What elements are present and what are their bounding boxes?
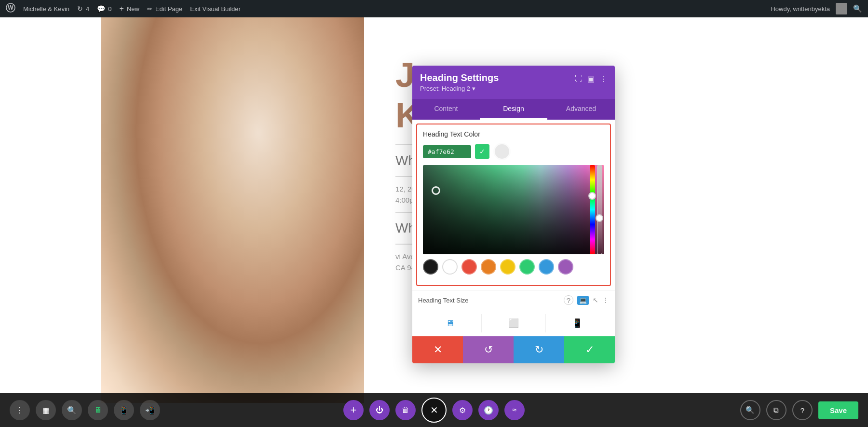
- toolbar-responsive-button[interactable]: ≈: [504, 400, 525, 420]
- admin-search-icon[interactable]: 🔍: [853, 4, 862, 13]
- exit-visual-builder[interactable]: Exit Visual Builder: [190, 5, 241, 13]
- wp-logo-icon[interactable]: W: [6, 3, 15, 15]
- device-size-row: 🖥 ⬜ 📱: [412, 310, 615, 336]
- alpha-handle[interactable]: [596, 214, 603, 222]
- panel-header-icons: ⛶ ▣ ⋮: [575, 74, 607, 83]
- size-label: Heading Text Size: [418, 297, 560, 304]
- hero-image: [101, 17, 364, 403]
- mobile-size-btn[interactable]: 📱: [546, 314, 609, 332]
- chevron-down-icon: ▾: [472, 85, 475, 92]
- swatch-red[interactable]: [461, 259, 477, 275]
- hands-photo: [101, 17, 364, 403]
- cancel-icon: ✕: [434, 344, 442, 356]
- panel-title-area: Heading Settings Preset: Heading 2 ▾: [420, 72, 499, 92]
- tablet-size-btn[interactable]: ⬜: [482, 314, 545, 332]
- undo-icon: ↺: [484, 344, 493, 356]
- toolbar-power-button[interactable]: ⏻: [369, 400, 390, 420]
- swatch-purple[interactable]: [558, 259, 573, 275]
- panel-header: Heading Settings Preset: Heading 2 ▾ ⛶ ▣…: [412, 66, 615, 99]
- undo-action-button[interactable]: ↺: [463, 336, 514, 363]
- edit-page-link[interactable]: ✏ Edit Page: [147, 5, 182, 13]
- toolbar-search-button[interactable]: 🔍: [62, 400, 82, 420]
- panel-title: Heading Settings: [420, 72, 499, 83]
- heading-settings-panel: Heading Settings Preset: Heading 2 ▾ ⛶ ▣…: [412, 66, 615, 363]
- toolbar-center: + ⏻ 🗑 ✕ ⚙ 🕐 ≈: [343, 398, 525, 423]
- color-picker-section: Heading Text Color ✓: [416, 124, 611, 286]
- slider-area: [590, 165, 602, 254]
- tab-advanced[interactable]: Advanced: [547, 99, 615, 120]
- toolbar-menu-button[interactable]: ⋮: [10, 400, 30, 420]
- bottom-toolbar: ⋮ ▦ 🔍 🖥 📱 📲 + ⏻ 🗑 ✕ ⚙ 🕐 ≈ 🔍 ⧉ ? Save: [0, 393, 868, 427]
- user-avatar[interactable]: [836, 3, 847, 14]
- size-cursor-icon[interactable]: ↖: [593, 296, 598, 304]
- toolbar-add-button[interactable]: +: [343, 400, 364, 420]
- gradient-canvas[interactable]: [423, 165, 604, 254]
- cancel-action-button[interactable]: ✕: [412, 336, 463, 363]
- toolbar-mobile-button[interactable]: 📲: [140, 400, 160, 420]
- color-section-label: Heading Text Color: [423, 130, 604, 138]
- toolbar-right: 🔍 ⧉ ? Save: [740, 400, 858, 420]
- desktop-size-btn[interactable]: 🖥: [418, 314, 482, 332]
- toolbar-right-search[interactable]: 🔍: [740, 400, 760, 420]
- color-circle-indicator[interactable]: [493, 143, 511, 160]
- toolbar-right-help[interactable]: ?: [792, 400, 813, 420]
- action-buttons-row: ✕ ↺ ↻ ✓: [412, 336, 615, 363]
- main-content: Jo... Kn... Wh 12, 2025 4:00pm Wh vi Ave…: [0, 17, 868, 427]
- toolbar-desktop-button[interactable]: 🖥: [88, 400, 108, 420]
- split-icon[interactable]: ▣: [587, 74, 595, 83]
- expand-icon[interactable]: ⛶: [575, 74, 583, 83]
- toolbar-tablet-button[interactable]: 📱: [114, 400, 134, 420]
- color-confirm-button[interactable]: ✓: [475, 144, 489, 159]
- toolbar-layout-button[interactable]: ▦: [36, 400, 56, 420]
- confirm-action-button[interactable]: ✓: [564, 336, 615, 363]
- swatch-white[interactable]: [442, 259, 458, 275]
- size-more-icon[interactable]: ⋮: [602, 296, 609, 304]
- comments-count[interactable]: 💬 0: [97, 5, 111, 13]
- panel-preset-dropdown[interactable]: Preset: Heading 2 ▾: [420, 85, 499, 92]
- color-picker-handle[interactable]: [432, 186, 440, 195]
- confirm-icon: ✓: [585, 344, 594, 356]
- hue-slider[interactable]: [590, 165, 595, 254]
- swatch-blue[interactable]: [539, 259, 554, 275]
- more-options-icon[interactable]: ⋮: [599, 74, 607, 83]
- swatch-yellow[interactable]: [500, 259, 515, 275]
- revisions-count[interactable]: ↻ 4: [77, 5, 89, 13]
- hex-color-input[interactable]: [423, 145, 471, 158]
- toolbar-trash-button[interactable]: 🗑: [395, 400, 416, 420]
- size-help-icon[interactable]: ?: [564, 295, 573, 305]
- swatch-black[interactable]: [423, 259, 438, 275]
- new-button[interactable]: + New: [120, 4, 139, 13]
- save-button[interactable]: Save: [818, 401, 858, 419]
- panel-tabs: Content Design Advanced: [412, 99, 615, 120]
- toolbar-close-button[interactable]: ✕: [421, 398, 447, 423]
- color-swatches: [423, 259, 604, 275]
- toolbar-right-layers[interactable]: ⧉: [766, 400, 787, 420]
- svg-text:W: W: [8, 4, 14, 11]
- toolbar-history-button[interactable]: 🕐: [478, 400, 499, 420]
- swatch-green[interactable]: [519, 259, 535, 275]
- size-row: Heading Text Size ? 💻 ↖ ⋮: [412, 290, 615, 310]
- redo-action-button[interactable]: ↻: [514, 336, 564, 363]
- toolbar-left: ⋮ ▦ 🔍 🖥 📱 📲: [10, 400, 160, 420]
- color-input-row: ✓: [423, 143, 604, 160]
- admin-bar: W Michelle & Kevin ↻ 4 💬 0 + New ✏ Edit …: [0, 0, 868, 17]
- site-name[interactable]: Michelle & Kevin: [23, 5, 69, 13]
- tab-design[interactable]: Design: [480, 99, 547, 120]
- howdy-text: Howdy, writtenbyekta: [771, 5, 830, 13]
- redo-icon: ↻: [535, 344, 543, 356]
- tab-content[interactable]: Content: [412, 99, 480, 120]
- size-desktop-active-icon[interactable]: 💻: [577, 296, 589, 305]
- hue-handle[interactable]: [588, 192, 596, 200]
- alpha-slider[interactable]: [597, 165, 602, 254]
- toolbar-settings-button[interactable]: ⚙: [452, 400, 473, 420]
- gradient-picker-container: [423, 165, 604, 275]
- swatch-orange[interactable]: [481, 259, 496, 275]
